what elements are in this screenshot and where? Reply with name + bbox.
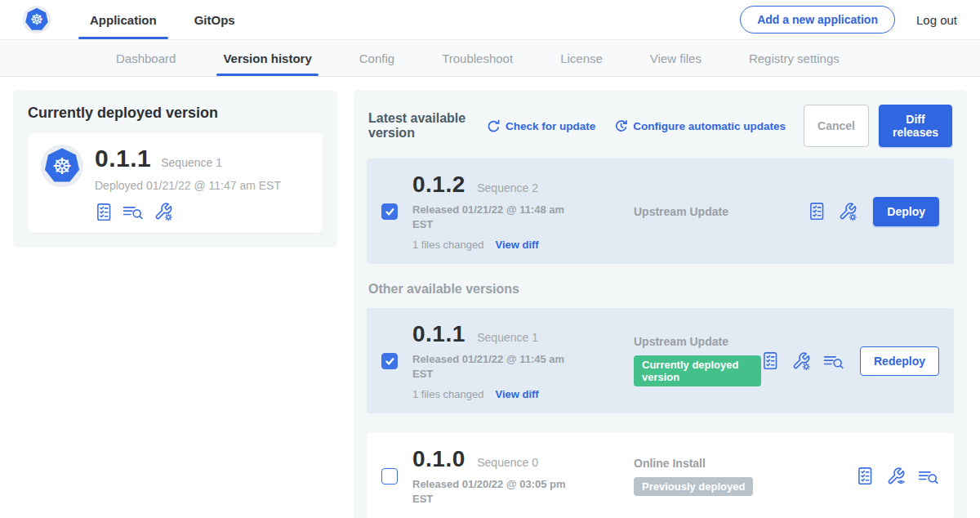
other-available-versions-title: Other available versions xyxy=(368,282,952,297)
version-number: 0.1.1 xyxy=(412,321,466,346)
tab-gitops[interactable]: GitOps xyxy=(183,0,247,39)
deployed-timestamp: Deployed 01/21/22 @ 11:47 am EST xyxy=(95,179,281,192)
check-icon xyxy=(384,355,395,367)
subnav-troubleshoot[interactable]: Troubleshoot xyxy=(439,40,516,76)
version-row-0-1-1: 0.1.1 Sequence 1 Released 01/21/22 @ 11:… xyxy=(367,308,954,413)
files-changed-label: 1 files changed xyxy=(412,239,483,251)
version-source-label: Online Install xyxy=(634,457,856,470)
version-checkbox[interactable] xyxy=(381,203,398,220)
edit-config-icon[interactable] xyxy=(838,202,858,221)
edit-config-icon[interactable] xyxy=(154,202,173,221)
view-diff-link[interactable]: View diff xyxy=(495,239,538,251)
version-row-0-1-0: 0.1.0 Sequence 0 Released 01/20/22 @ 03:… xyxy=(367,433,954,518)
released-timestamp: Released 01/20/22 @ 03:05 pm EST xyxy=(412,477,568,506)
sequence-label: Sequence 0 xyxy=(477,456,538,469)
currently-deployed-title: Currently deployed version xyxy=(28,105,323,122)
logout-link[interactable]: Log out xyxy=(916,13,957,27)
released-timestamp: Released 01/21/22 @ 11:45 am EST xyxy=(412,352,568,381)
subnav-registry-settings[interactable]: Registry settings xyxy=(746,40,843,76)
subnav-version-history[interactable]: Version history xyxy=(220,40,314,76)
version-number: 0.1.2 xyxy=(412,172,466,197)
view-deploy-logs-icon[interactable] xyxy=(122,203,144,221)
version-source-label: Upstream Update xyxy=(634,335,761,348)
tab-application[interactable]: Application xyxy=(78,0,168,39)
configure-automatic-updates-label: Configure automatic updates xyxy=(633,120,786,132)
previously-deployed-badge: Previously deployed xyxy=(634,477,753,496)
view-deploy-logs-icon[interactable] xyxy=(823,352,844,370)
refresh-icon xyxy=(486,118,501,133)
preflight-checks-icon[interactable] xyxy=(95,203,113,221)
deployed-version-number: 0.1.1 xyxy=(95,145,151,172)
subnav-view-files[interactable]: View files xyxy=(647,40,705,76)
configure-automatic-updates-link[interactable]: Configure automatic updates xyxy=(613,118,786,133)
released-timestamp: Released 01/21/22 @ 11:48 am EST xyxy=(412,203,568,231)
tab-application-label: Application xyxy=(90,13,157,27)
files-changed-label: 1 files changed xyxy=(412,388,483,400)
version-checkbox[interactable] xyxy=(381,353,398,369)
preflight-checks-icon[interactable] xyxy=(808,202,826,221)
sequence-label: Sequence 2 xyxy=(477,181,538,194)
currently-deployed-badge: Currently deployed version xyxy=(634,355,761,386)
subnav-config[interactable]: Config xyxy=(356,40,398,76)
version-row-0-1-2: 0.1.2 Sequence 2 Released 01/21/22 @ 11:… xyxy=(367,159,954,264)
check-icon xyxy=(384,206,395,217)
cancel-button[interactable]: Cancel xyxy=(804,105,869,147)
preflight-checks-icon[interactable] xyxy=(856,467,874,485)
preflight-checks-icon[interactable] xyxy=(761,351,779,370)
latest-available-title: Latest available version xyxy=(368,111,474,141)
currently-deployed-panel: Currently deployed version 0.1.1 Sequenc… xyxy=(13,90,337,248)
redeploy-button[interactable]: Redeploy xyxy=(860,346,939,376)
app-subnav: Dashboard Version history Config Trouble… xyxy=(0,39,980,77)
version-checkbox[interactable] xyxy=(381,468,398,485)
add-new-application-button[interactable]: Add a new application xyxy=(740,6,895,33)
main-content: Currently deployed version 0.1.1 Sequenc… xyxy=(0,77,980,518)
view-diff-link[interactable]: View diff xyxy=(495,388,538,400)
deployed-sequence-label: Sequence 1 xyxy=(161,156,222,169)
view-deploy-logs-icon[interactable] xyxy=(918,467,939,485)
view-config-icon[interactable] xyxy=(886,467,906,486)
diff-releases-button[interactable]: Diff releases xyxy=(879,105,952,147)
edit-config-icon[interactable] xyxy=(791,351,811,371)
top-tabs: Application GitOps xyxy=(78,0,261,39)
clock-refresh-icon xyxy=(613,118,628,133)
check-for-update-link[interactable]: Check for update xyxy=(486,118,595,133)
app-logo-icon xyxy=(41,145,83,187)
version-history-panel: Latest available version Check for updat… xyxy=(354,90,967,518)
check-for-update-label: Check for update xyxy=(506,120,595,132)
subnav-license[interactable]: License xyxy=(557,40,606,76)
version-number: 0.1.0 xyxy=(412,446,466,471)
version-source-label: Upstream Update xyxy=(634,205,808,218)
top-header: Application GitOps Add a new application… xyxy=(0,0,980,39)
tab-gitops-label: GitOps xyxy=(194,13,235,27)
deploy-button[interactable]: Deploy xyxy=(873,197,939,226)
subnav-dashboard[interactable]: Dashboard xyxy=(113,40,179,76)
sequence-label: Sequence 1 xyxy=(477,331,538,344)
kubernetes-logo-icon xyxy=(23,6,51,33)
deployed-version-card: 0.1.1 Sequence 1 Deployed 01/21/22 @ 11:… xyxy=(28,133,323,233)
